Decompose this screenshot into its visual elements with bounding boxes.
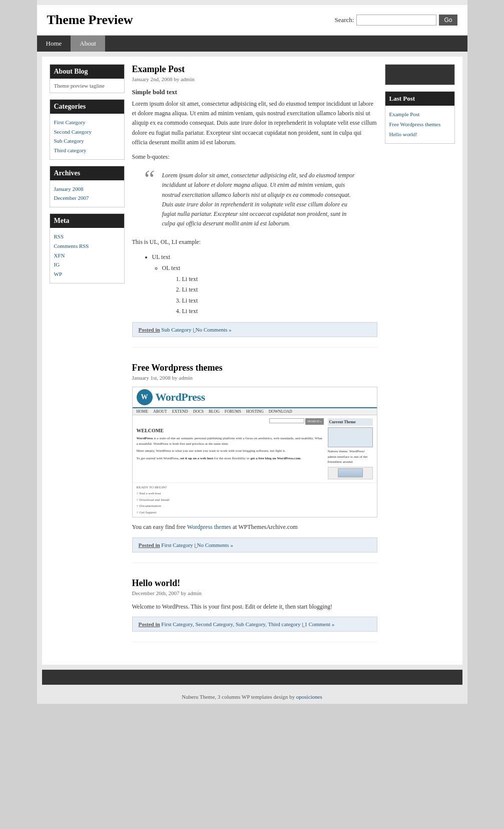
post-2-meta: January 1st, 2008 by admin — [132, 375, 377, 381]
last-post-link-3[interactable]: Hello world! — [389, 130, 450, 140]
category-link-4[interactable]: Third category — [54, 146, 120, 155]
post-3-cat-1[interactable]: First Category — [161, 621, 193, 627]
content-wrapper: About Blog Theme preview tagline Categor… — [42, 57, 462, 665]
post-1-lists: UL text OL text Li text Li text Li text … — [142, 252, 377, 317]
last-post-link-1[interactable]: Example Post — [389, 110, 450, 120]
wp-nav-extend: EXTEND — [172, 409, 188, 414]
post-1-body: Lorem ipsum dolor sit amet, consectetur … — [132, 99, 377, 147]
post-3: Hello world! December 26th, 2007 by admi… — [132, 578, 377, 642]
li-item-3: Li text — [182, 296, 377, 307]
quote-mark: “ — [142, 167, 156, 191]
li-item-4: Li text — [182, 306, 377, 317]
ready-to-begin: READY TO BEGIN? — [137, 484, 373, 491]
post-3-cat-4[interactable]: Third category — [268, 621, 300, 627]
last-post-widget: Last Post Example Post Free Wordpress th… — [385, 91, 455, 144]
footer-credit-text: Nuberu Theme, 3 columns WP templates des… — [182, 694, 295, 700]
theme-preview-image — [328, 427, 373, 447]
last-post-link-2[interactable]: Free Wordpress themes — [389, 120, 450, 130]
wp-nav-docs: DOCS — [193, 409, 204, 414]
post-1-bq-label: Some b-quotes: — [132, 152, 377, 162]
theme-desc: Nuberu theme. WordPress' admin interface… — [328, 449, 373, 465]
post-1-title: Example Post — [132, 64, 377, 75]
about-tagline: Theme preview tagline — [54, 83, 120, 89]
meta-link-comments-rss[interactable]: Comments RSS — [54, 241, 120, 251]
wp-nav-forums: FORUMS — [225, 409, 241, 414]
wp-sidebar-links: ○ find a web host○ Download and Install○… — [137, 490, 373, 515]
post-3-footer-comments[interactable]: 1 Comment » — [304, 621, 334, 627]
post-2-footer: Posted in First Category | No Comments » — [132, 537, 377, 552]
sidebar: About Blog Theme preview tagline Categor… — [50, 64, 125, 657]
categories-title: Categories — [50, 100, 124, 114]
search-button[interactable]: Go — [439, 15, 457, 26]
post-2-title: Free Wordpress themes — [132, 363, 377, 373]
meta-link-rss[interactable]: RSS — [54, 232, 120, 241]
wp-wordmark: WordPress — [156, 391, 205, 404]
search-area: Search: Go — [335, 15, 457, 26]
post-1-content: Simple bold text Lorem ipsum dolor sit a… — [132, 88, 377, 317]
wp-nav-about: ABOUT — [153, 409, 167, 414]
category-link-3[interactable]: Sub Category — [54, 136, 120, 146]
meta-content: RSS Comments RSS XFN IG WP — [50, 228, 124, 283]
li-item-1: Li text — [182, 274, 377, 285]
blockquote-text: Lorem ipsum dolor sit amet, consectetur … — [162, 172, 355, 227]
post-3-footer-prefix: Posted in — [139, 621, 160, 627]
post-1-blockquote: “ Lorem ipsum dolor sit amet, consectetu… — [142, 167, 367, 232]
meta-link-wp[interactable]: WP — [54, 269, 120, 279]
wordpress-themes-link[interactable]: Wordpress themes — [187, 523, 231, 530]
archives-widget: Archives January 2008 December 2007 — [50, 166, 125, 207]
about-widget-content: Theme preview tagline — [50, 79, 124, 93]
footer-credit-link[interactable]: oposiciones — [296, 694, 322, 700]
category-link-2[interactable]: Second Category — [54, 127, 120, 137]
post-1-subtitle: Simple bold text — [132, 88, 377, 96]
meta-title: Meta — [50, 214, 124, 228]
wordpress-screenshot: W WordPress HOME ABOUT EXTEND DOCS BLOG … — [132, 387, 377, 517]
site-title: Theme Preview — [47, 13, 133, 28]
nav-bar: Home About — [37, 36, 467, 52]
top-ad-widget — [385, 64, 455, 85]
wp-logo-circle: W — [137, 389, 153, 405]
post-1-list-label: This is UL, OL, LI example: — [132, 237, 377, 247]
footer-credit: Nuberu Theme, 3 columns WP templates des… — [37, 690, 467, 704]
current-theme-label: Current Theme — [328, 418, 373, 426]
nav-about[interactable]: About — [71, 36, 105, 52]
archive-link-2[interactable]: December 2007 — [54, 193, 120, 203]
categories-content: First Category Second Category Sub Categ… — [50, 114, 124, 159]
meta-link-xfn[interactable]: XFN — [54, 251, 120, 260]
search-input[interactable] — [356, 15, 436, 26]
post-3-content: Welcome to WordPress. This is your first… — [132, 602, 377, 612]
category-link-1[interactable]: First Category — [54, 118, 120, 127]
search-label: Search: — [335, 16, 354, 24]
wp-nav-hosting: HOSTING — [246, 409, 264, 414]
nav-home[interactable]: Home — [37, 36, 71, 52]
post-2-footer-category[interactable]: First Category — [161, 542, 193, 548]
post-1-footer-comments[interactable]: No Comments » — [195, 327, 231, 333]
right-sidebar: Last Post Example Post Free Wordpress th… — [385, 64, 455, 657]
about-widget: About Blog Theme preview tagline — [50, 64, 125, 93]
wp-welcome-title: WELCOME — [137, 427, 324, 434]
archive-link-1[interactable]: January 2008 — [54, 184, 120, 194]
ul-item: UL text — [152, 252, 377, 263]
main-content: Example Post January 2nd, 2008 by admin … — [132, 64, 377, 657]
post-3-footer: Posted in First Category, Second Categor… — [132, 617, 377, 632]
post-3-cat-3[interactable]: Sub Category — [236, 621, 265, 627]
archives-title: Archives — [50, 166, 124, 180]
meta-link-ig[interactable]: IG — [54, 260, 120, 269]
post-2-footer-comments[interactable]: No Comments » — [197, 542, 233, 548]
categories-widget: Categories First Category Second Categor… — [50, 99, 125, 160]
post-3-title: Hello world! — [132, 578, 377, 589]
about-widget-title: About Blog — [50, 65, 124, 79]
wp-nav-download: DOWNLOAD — [269, 409, 292, 414]
archives-content: January 2008 December 2007 — [50, 180, 124, 207]
ad-box — [385, 65, 454, 85]
screenshot-preview — [328, 467, 373, 479]
post-3-meta: December 26th, 2007 by admin — [132, 590, 377, 596]
post-2-body: You can easy find free Wordpress themes … — [132, 522, 377, 532]
wp-nav-home: HOME — [137, 409, 149, 414]
post-1: Example Post January 2nd, 2008 by admin … — [132, 64, 377, 348]
post-2-footer-prefix: Posted in — [139, 542, 160, 548]
wp-nav-blog: BLOG — [209, 409, 220, 414]
post-1-footer-category[interactable]: Sub Category — [161, 327, 191, 333]
footer-bar — [42, 670, 462, 685]
post-3-cat-2[interactable]: Second Category — [195, 621, 233, 627]
last-post-title: Last Post — [385, 92, 454, 106]
